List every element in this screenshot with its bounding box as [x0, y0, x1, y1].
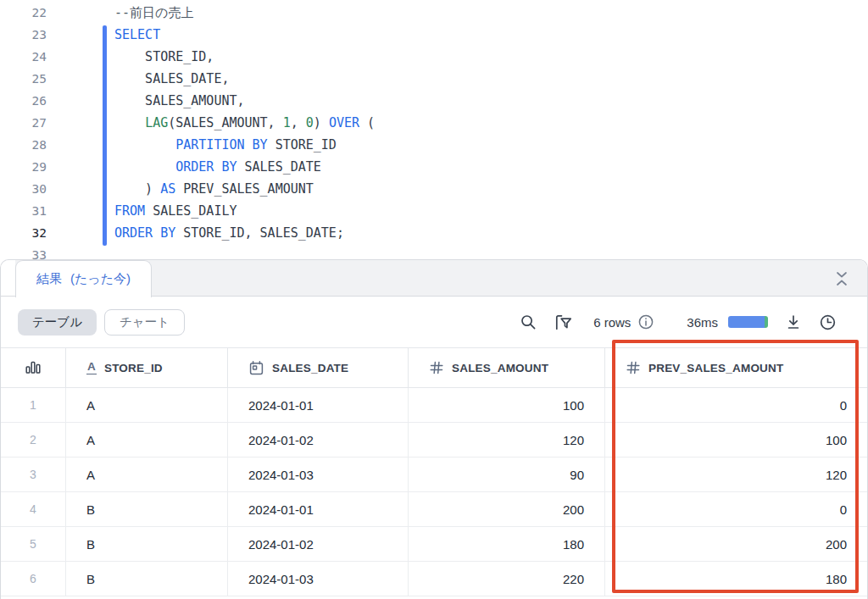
line-number: 27: [0, 112, 47, 134]
table-body: 1A2024-01-0110002A2024-01-021201003A2024…: [1, 388, 867, 596]
code-text: LAG(SALES_AMOUNT, 1, 0) OVER (: [114, 112, 375, 134]
editor-lines: 22--前日の売上23SELECT24 STORE_ID,25 SALES_DA…: [0, 0, 868, 259]
row-number[interactable]: 2: [1, 423, 66, 457]
row-count-label: 6 rows: [593, 315, 631, 330]
row-number[interactable]: 6: [1, 562, 66, 596]
table-row-5[interactable]: 5B2024-01-02180200: [1, 527, 867, 562]
table-row-2[interactable]: 2A2024-01-02120100: [1, 423, 867, 458]
collapse-icon: [834, 269, 849, 288]
table-row-6[interactable]: 6B2024-01-03220180: [1, 562, 867, 596]
cell-store-id[interactable]: B: [66, 562, 228, 596]
line-number: 26: [0, 90, 47, 112]
download-button[interactable]: [785, 313, 802, 331]
cell-prev-sales-amount[interactable]: 200: [605, 527, 867, 561]
code-text: SALES_AMOUNT,: [114, 90, 245, 112]
cell-sales-date[interactable]: 2024-01-03: [228, 458, 409, 491]
table-row-3[interactable]: 3A2024-01-0390120: [1, 458, 867, 492]
duration-group: 36ms: [687, 315, 768, 330]
code-line-26[interactable]: 26 SALES_AMOUNT,: [0, 90, 868, 112]
line-number: 29: [0, 156, 47, 178]
text-type-icon: A: [86, 361, 97, 374]
code-text: PARTITION BY STORE_ID: [114, 134, 337, 156]
cell-store-id[interactable]: A: [66, 458, 228, 491]
column-label: SALES_AMOUNT: [452, 362, 548, 374]
table-header: A STORE_ID SALES_DATE SALES_AMOUNT: [1, 347, 867, 388]
tab-row-left-gutter: [1, 260, 15, 296]
cell-sales-date[interactable]: 2024-01-01: [228, 388, 409, 422]
table-row-1[interactable]: 1A2024-01-011000: [1, 388, 867, 423]
code-text: SELECT: [114, 24, 160, 46]
code-line-33[interactable]: 33: [0, 244, 868, 259]
table-view-button[interactable]: テーブル: [18, 309, 97, 336]
line-number: 32: [0, 222, 47, 244]
code-line-30[interactable]: 30 ) AS PREV_SALES_AMOUNT: [0, 178, 868, 200]
line-number: 23: [0, 24, 47, 46]
cell-sales-date[interactable]: 2024-01-02: [228, 527, 409, 561]
column-header-sales-date[interactable]: SALES_DATE: [228, 348, 409, 387]
query-history-button[interactable]: [819, 313, 837, 331]
statement-indicator: [103, 25, 107, 246]
column-header-row-stats[interactable]: [1, 348, 66, 387]
code-line-28[interactable]: 28 PARTITION BY STORE_ID: [0, 134, 868, 156]
row-count-group: 6 rows: [593, 313, 654, 330]
duration-label: 36ms: [687, 315, 718, 330]
code-line-31[interactable]: 31FROM SALES_DAILY: [0, 200, 868, 222]
calendar-icon: [248, 360, 264, 376]
toolbar-right-group: 6 rows 36ms: [520, 313, 837, 331]
cell-sales-amount[interactable]: 90: [409, 458, 605, 491]
cell-store-id[interactable]: A: [66, 388, 228, 422]
column-label: STORE_ID: [104, 362, 163, 374]
cell-store-id[interactable]: B: [66, 492, 228, 526]
bar-chart-icon: [25, 360, 42, 375]
code-text: ) AS PREV_SALES_AMOUNT: [114, 178, 314, 200]
row-number[interactable]: 1: [1, 388, 66, 422]
cell-prev-sales-amount[interactable]: 120: [605, 458, 867, 491]
sql-editor[interactable]: 22--前日の売上23SELECT24 STORE_ID,25 SALES_DA…: [0, 0, 868, 259]
cell-sales-amount[interactable]: 120: [409, 423, 605, 457]
duration-bar: [728, 316, 768, 328]
cell-store-id[interactable]: A: [66, 423, 228, 457]
cell-prev-sales-amount[interactable]: 0: [605, 492, 867, 526]
code-line-23[interactable]: 23SELECT: [0, 24, 868, 46]
row-number[interactable]: 5: [1, 527, 66, 561]
column-header-prev-sales-amount[interactable]: PREV_SALES_AMOUNT: [605, 348, 867, 387]
line-number: 28: [0, 134, 47, 156]
collapse-results-button[interactable]: [832, 269, 852, 289]
code-line-29[interactable]: 29 ORDER BY SALES_DATE: [0, 156, 868, 178]
cell-sales-amount[interactable]: 180: [409, 527, 605, 561]
code-line-24[interactable]: 24 STORE_ID,: [0, 46, 868, 68]
row-number[interactable]: 3: [1, 458, 66, 491]
code-line-27[interactable]: 27 LAG(SALES_AMOUNT, 1, 0) OVER (: [0, 112, 868, 134]
row-number[interactable]: 4: [1, 492, 66, 526]
code-line-32[interactable]: 32ORDER BY STORE_ID, SALES_DATE;: [0, 222, 868, 244]
code-line-22[interactable]: 22--前日の売上: [0, 2, 868, 24]
code-text: SALES_DATE,: [114, 68, 229, 90]
cell-sales-date[interactable]: 2024-01-03: [228, 562, 409, 596]
results-tab-label: 結果: [36, 271, 62, 287]
code-line-25[interactable]: 25 SALES_DATE,: [0, 68, 868, 90]
filter-button[interactable]: [554, 313, 573, 331]
cell-sales-amount[interactable]: 100: [409, 388, 605, 422]
search-button[interactable]: [520, 313, 537, 331]
cell-prev-sales-amount[interactable]: 100: [605, 423, 867, 457]
line-number: 24: [0, 46, 47, 68]
results-toolbar: テーブル チャート 6 rows: [1, 297, 867, 347]
results-panel: 結果 (たった今) テーブル チャート: [0, 259, 868, 599]
code-text: --前日の売上: [114, 2, 193, 24]
cell-sales-date[interactable]: 2024-01-01: [228, 492, 409, 526]
row-count-info-button[interactable]: [637, 313, 654, 330]
cell-sales-amount[interactable]: 200: [409, 492, 605, 526]
table-row-4[interactable]: 4B2024-01-012000: [1, 492, 867, 527]
cell-sales-date[interactable]: 2024-01-02: [228, 423, 409, 457]
column-header-sales-amount[interactable]: SALES_AMOUNT: [409, 348, 605, 387]
chart-view-button[interactable]: チャート: [104, 309, 185, 336]
cell-prev-sales-amount[interactable]: 180: [605, 562, 867, 596]
cell-prev-sales-amount[interactable]: 0: [605, 388, 867, 422]
tab-results[interactable]: 結果 (たった今): [15, 260, 152, 297]
info-icon: [637, 313, 654, 330]
cell-sales-amount[interactable]: 220: [409, 562, 605, 596]
cell-store-id[interactable]: B: [66, 527, 228, 561]
line-number: 33: [0, 244, 47, 259]
column-header-store-id[interactable]: A STORE_ID: [66, 348, 228, 387]
download-icon: [785, 313, 802, 331]
